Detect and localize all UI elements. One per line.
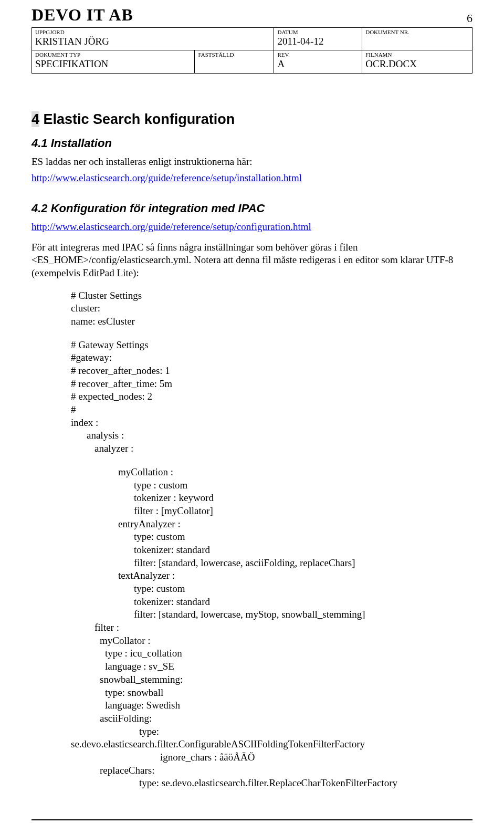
config-line: type: custom (134, 530, 472, 544)
page-number: 6 (467, 11, 472, 26)
section-4-number: 4 (32, 111, 39, 127)
meta-label-faststalld: FASTSTÄLLD (198, 51, 270, 58)
config-line: #gateway: (71, 351, 472, 364)
config-line: textAnalyzer : (118, 569, 472, 582)
config-line: replaceChars: (100, 764, 472, 777)
section-4-title: Elastic Search konfiguration (39, 111, 235, 127)
meta-value-dokumenttyp: SPECIFIKATION (35, 58, 191, 71)
meta-value-filnamn: OCR.DOCX (365, 58, 469, 71)
meta-label-filnamn: FILNAMN (365, 51, 469, 58)
config-line: tokenizer: standard (134, 596, 472, 609)
config-line: type : custom (134, 479, 472, 492)
config-line: # Gateway Settings (71, 339, 472, 352)
config-line: # recover_after_nodes: 1 (71, 364, 472, 378)
meta-value-rev: A (277, 58, 359, 71)
section-4-heading: 4 Elastic Search konfiguration (32, 110, 472, 129)
meta-label-uppgjord: UPPGJORD (35, 29, 270, 35)
config-line: type: snowball (105, 686, 472, 700)
config-line: language : sv_SE (105, 660, 472, 673)
section-4-1-text: ES laddas ner och installeras enligt ins… (32, 155, 472, 169)
meta-label-dokumentnr: DOKUMENT NR. (365, 29, 469, 35)
page-footer: Digital kortkatalog med fritextsökning o… (32, 816, 472, 823)
config-line: myCollation : (118, 466, 472, 479)
config-line: # recover_after_time: 5m (71, 378, 472, 391)
configuration-link[interactable]: http://www.elasticsearch.org/guide/refer… (32, 221, 311, 232)
meta-label-datum: DATUM (277, 29, 359, 35)
config-line: # Cluster Settings (71, 289, 472, 303)
config-line: filter: [standard, lowercase, asciiFoldi… (134, 557, 472, 570)
meta-label-dokumenttyp: DOKUMENT TYP (35, 51, 191, 58)
section-4-2-heading: 4.2 Konfiguration för integration med IP… (32, 201, 472, 216)
config-line: cluster: (71, 302, 472, 315)
config-line: myCollator : (100, 634, 472, 648)
document-meta-table: UPPGJORD KRISTIAN JÖRG DATUM 2011-04-12 … (32, 27, 472, 74)
config-line: analyzer : (94, 442, 472, 455)
config-line: type : icu_collation (105, 647, 472, 660)
config-line: # expected_nodes: 2 (71, 390, 472, 403)
company-name: DEVO IT AB (32, 4, 133, 26)
config-line: se.devo.elasticsearch.filter.Configurabl… (71, 738, 472, 751)
config-line: name: esCluster (71, 315, 472, 328)
config-line: type: (139, 725, 472, 738)
config-line: filter: [standard, lowercase, myStop, sn… (134, 608, 472, 621)
config-line: language: Swedish (105, 699, 472, 712)
config-line: type: se.devo.elasticsearch.filter.Repla… (139, 777, 472, 790)
section-4-2-text: För att integreras med IPAC så finns någ… (32, 241, 472, 280)
installation-link[interactable]: http://www.elasticsearch.org/guide/refer… (32, 172, 302, 183)
section-4-1-heading: 4.1 Installation (32, 136, 472, 151)
config-line: snowball_stemming: (100, 673, 472, 686)
config-line: filter : [myCollator] (134, 505, 472, 518)
config-line: # (71, 403, 472, 416)
config-line: entryAnalyzer : (118, 518, 472, 531)
config-line: type: custom (134, 582, 472, 596)
config-line: asciiFolding: (100, 712, 472, 725)
meta-value-uppgjord: KRISTIAN JÖRG (35, 35, 270, 48)
config-line: filter : (94, 621, 472, 634)
meta-value-datum: 2011-04-12 (277, 35, 359, 48)
config-line: ignore_chars : åäöÅÄÖ (160, 751, 472, 764)
config-line: analysis : (87, 429, 472, 442)
config-line: index : (71, 416, 472, 430)
config-line: tokenizer: standard (134, 544, 472, 557)
config-line: tokenizer : keyword (134, 492, 472, 505)
config-block: # Cluster Settings cluster: name: esClus… (71, 289, 472, 790)
meta-label-rev: REV. (277, 51, 359, 58)
